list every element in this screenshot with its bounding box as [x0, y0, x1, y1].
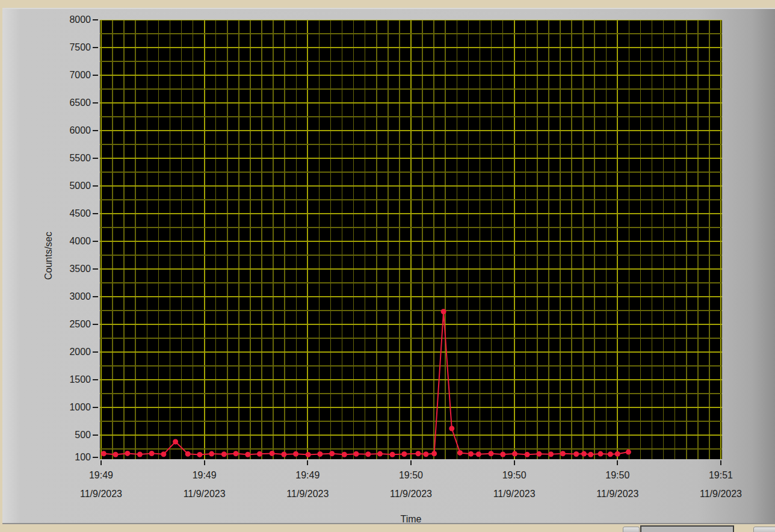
data-point-marker: [457, 450, 463, 456]
data-point-marker: [598, 451, 604, 457]
x-tick-mark: [307, 460, 308, 465]
y-tick-label: 1000: [36, 401, 91, 413]
palette-bar[interactable]: [640, 525, 734, 532]
data-point-marker: [221, 451, 227, 457]
data-point-marker: [525, 452, 530, 457]
x-tick-date-label: 11/9/2023: [274, 488, 341, 500]
x-tick-mark: [617, 460, 618, 465]
palette-button-right[interactable]: [753, 527, 775, 532]
data-point-marker: [401, 451, 407, 457]
data-line: [103, 312, 628, 455]
data-point-marker: [306, 452, 311, 457]
data-point-marker: [137, 452, 143, 457]
data-point-marker: [423, 451, 428, 457]
y-tick-label: 8000: [36, 14, 91, 26]
y-tick-label: 1500: [36, 374, 91, 386]
data-point-marker: [354, 451, 359, 457]
data-point-marker: [329, 451, 335, 456]
data-point-marker: [365, 451, 371, 457]
data-point-marker: [449, 426, 454, 431]
data-point-marker: [317, 451, 323, 457]
data-point-marker: [548, 451, 554, 457]
y-tick-mark: [93, 324, 98, 325]
y-axis-title: Counts/sec: [43, 217, 55, 295]
y-tick-mark: [93, 379, 98, 380]
data-point-marker: [536, 451, 542, 457]
y-tick-mark: [93, 158, 98, 159]
labview-front-panel: Counts/sec Time 800075007000650060005500…: [0, 0, 775, 532]
y-tick-label: 6500: [36, 97, 91, 109]
y-tick-mark: [93, 351, 98, 353]
data-point-marker: [161, 451, 166, 457]
y-tick-label: 3500: [36, 263, 91, 275]
x-tick-mark: [100, 460, 102, 465]
data-point-marker: [245, 452, 250, 457]
y-tick-label: 100: [36, 451, 91, 463]
y-tick-mark: [93, 75, 98, 76]
x-tick-time-label: 19:50: [381, 469, 441, 481]
x-tick-mark: [720, 460, 721, 465]
data-point-marker: [441, 309, 446, 314]
data-point-marker: [560, 451, 566, 456]
y-tick-label: 2500: [36, 318, 91, 330]
data-point-marker: [270, 451, 275, 456]
x-tick-time-label: 19:51: [691, 469, 751, 481]
y-tick-label: 2000: [36, 346, 91, 358]
y-tick-mark: [93, 435, 98, 436]
y-tick-mark: [93, 102, 98, 104]
data-point-marker: [125, 451, 130, 456]
x-tick-date-label: 11/9/2023: [481, 488, 548, 500]
x-tick-mark: [514, 460, 515, 465]
data-point-marker: [626, 450, 631, 455]
data-point-marker: [257, 451, 262, 457]
x-axis-title: Time: [387, 513, 435, 525]
data-point-marker: [233, 451, 239, 456]
y-tick-label: 7500: [36, 42, 91, 54]
y-tick-mark: [93, 47, 98, 48]
x-tick-time-label: 19:49: [277, 469, 338, 481]
x-tick-date-label: 11/9/2023: [68, 488, 134, 500]
x-tick-time-label: 19:50: [587, 469, 647, 481]
data-point-marker: [468, 451, 474, 457]
data-point-marker: [342, 452, 347, 457]
data-point-marker: [293, 451, 298, 457]
data-point-marker: [431, 451, 437, 456]
data-point-marker: [149, 451, 155, 456]
waveform-chart: [100, 20, 722, 459]
data-point-marker: [615, 451, 620, 457]
data-point-marker: [476, 451, 481, 457]
data-point-marker: [573, 451, 579, 457]
x-tick-time-label: 19:50: [484, 469, 545, 481]
x-tick-date-label: 11/9/2023: [378, 488, 444, 500]
data-point-marker: [588, 452, 593, 457]
y-tick-label: 500: [36, 429, 91, 441]
y-tick-mark: [93, 457, 98, 458]
data-point-marker: [608, 451, 613, 457]
y-tick-label: 5500: [36, 152, 91, 164]
y-tick-mark: [93, 185, 98, 187]
x-tick-date-label: 11/9/2023: [584, 488, 650, 500]
y-tick-mark: [93, 407, 98, 408]
data-point-marker: [185, 451, 191, 457]
x-tick-mark: [410, 460, 412, 465]
data-point-marker: [500, 452, 505, 457]
data-point-marker: [281, 452, 286, 457]
data-point-marker: [209, 451, 214, 457]
data-point-marker: [416, 451, 421, 456]
x-tick-time-label: 19:49: [174, 469, 235, 481]
data-point-marker: [377, 451, 383, 457]
y-tick-label: 6000: [36, 125, 91, 137]
y-tick-mark: [93, 268, 98, 270]
y-tick-label: 7000: [36, 69, 91, 81]
palette-button-left[interactable]: [623, 527, 640, 532]
y-tick-label: 4500: [36, 208, 91, 220]
y-tick-mark: [93, 19, 98, 20]
x-tick-date-label: 11/9/2023: [688, 488, 754, 500]
data-point-marker: [581, 451, 587, 457]
y-tick-mark: [93, 130, 98, 131]
data-point-marker: [512, 451, 517, 457]
plot-area: [100, 20, 722, 459]
data-point-marker: [489, 451, 494, 456]
data-point-marker: [113, 452, 119, 457]
data-point-marker: [197, 452, 202, 457]
